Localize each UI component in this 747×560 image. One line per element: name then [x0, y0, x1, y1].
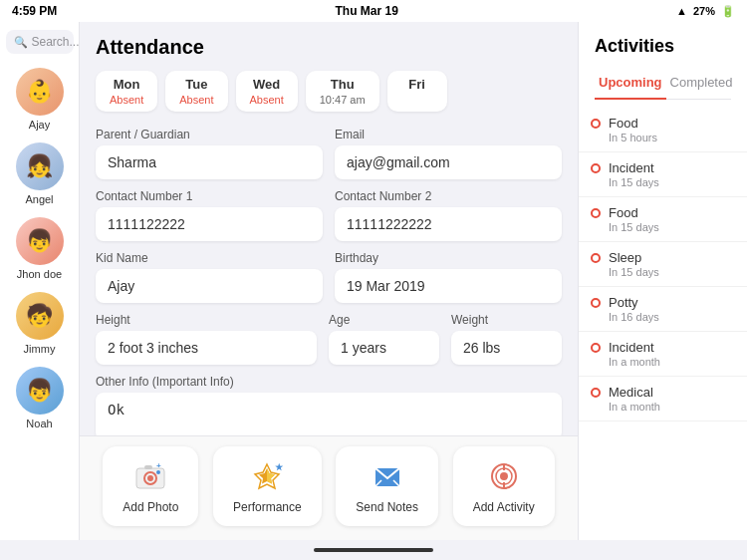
activity-name-1: Incident: [609, 160, 735, 175]
sidebar-item-noah[interactable]: 👦 Noah: [6, 363, 74, 433]
search-container[interactable]: 🔍 Search...: [6, 30, 74, 54]
day-thu-time: 10:47 am: [320, 94, 366, 106]
day-fri-name: Fri: [401, 77, 433, 92]
day-tue-status: Absent: [179, 94, 213, 106]
parent-guardian-group: Parent / Guardian: [96, 128, 323, 179]
add-photo-icon: +: [132, 458, 168, 494]
day-tue-name: Tue: [179, 77, 213, 92]
activity-item-4[interactable]: Potty In 16 days: [579, 287, 747, 332]
activity-item-0[interactable]: Food In 5 hours: [579, 108, 747, 152]
birthday-label: Birthday: [335, 251, 562, 265]
day-thu[interactable]: Thu 10:47 am: [306, 71, 379, 112]
svg-point-4: [156, 470, 160, 474]
activity-item-3[interactable]: Sleep In 15 days: [579, 242, 747, 287]
home-bar: [314, 548, 433, 552]
weight-group: Weight: [451, 313, 562, 365]
other-info-label: Other Info (Important Info): [96, 375, 562, 389]
day-mon-name: Mon: [110, 77, 143, 92]
email-label: Email: [335, 128, 562, 141]
activity-time-0: In 5 hours: [609, 132, 735, 143]
activity-name-2: Food: [609, 205, 735, 220]
height-input[interactable]: [96, 331, 317, 365]
send-notes-icon: [370, 458, 405, 494]
svg-text:+: +: [156, 461, 161, 470]
battery-status: 27%: [693, 5, 715, 17]
send-notes-button[interactable]: Send Notes: [336, 446, 438, 526]
height-group: Height: [96, 313, 317, 365]
activity-dot-5: [591, 343, 601, 353]
add-activity-label: Add Activity: [473, 500, 535, 514]
tab-completed[interactable]: Completed: [666, 67, 737, 99]
weight-input[interactable]: [451, 331, 562, 365]
kidname-label: Kid Name: [96, 251, 323, 265]
action-bar: + Add Photo ★ Performance: [80, 435, 578, 540]
age-input[interactable]: [329, 331, 439, 365]
contact2-label: Contact Number 2: [335, 189, 562, 203]
activity-item-5[interactable]: Incident In a month: [579, 332, 747, 377]
activity-item-2[interactable]: Food In 15 days: [579, 197, 747, 242]
person-name-ajay: Ajay: [29, 119, 50, 131]
activity-time-6: In a month: [609, 401, 735, 413]
add-photo-button[interactable]: + Add Photo: [103, 446, 198, 526]
parent-guardian-label: Parent / Guardian: [96, 128, 323, 141]
activity-name-0: Food: [609, 116, 735, 131]
attendance-title: Attendance: [96, 36, 562, 59]
day-mon[interactable]: Mon Absent: [96, 71, 157, 112]
height-label: Height: [96, 313, 317, 327]
sidebar-item-jhon[interactable]: 👦 Jhon doe: [6, 213, 74, 284]
day-thu-name: Thu: [320, 77, 366, 92]
status-bar: 4:59 PM Thu Mar 19 ▲ 27% 🔋: [0, 0, 747, 22]
avatar-jhon: 👦: [16, 217, 64, 265]
add-activity-icon: [486, 458, 522, 494]
activity-item-6[interactable]: Medical In a month: [579, 377, 747, 421]
person-name-angel: Angel: [25, 193, 53, 205]
contact2-group: Contact Number 2: [335, 189, 562, 241]
avatar-angel: 👧: [16, 142, 64, 190]
activity-time-1: In 15 days: [609, 176, 735, 188]
contact2-input[interactable]: [335, 207, 562, 241]
activity-name-5: Incident: [609, 340, 735, 355]
activity-dot-1: [591, 163, 601, 173]
day-wed-status: Absent: [250, 94, 284, 106]
activity-dot-4: [591, 298, 601, 308]
search-placeholder: Search...: [32, 35, 80, 49]
status-time: 4:59 PM: [12, 4, 57, 18]
other-info-group: Other Info (Important Info) Ok: [96, 375, 562, 435]
sidebar-item-angel[interactable]: 👧 Angel: [6, 139, 74, 209]
activity-name-6: Medical: [609, 385, 735, 400]
activity-time-2: In 15 days: [609, 221, 735, 233]
performance-button[interactable]: ★ Performance: [213, 446, 322, 526]
age-label: Age: [329, 313, 439, 327]
svg-point-15: [500, 472, 508, 480]
svg-point-2: [147, 475, 153, 481]
sidebar-item-ajay[interactable]: 👶 Ajay: [6, 64, 74, 135]
kidname-input[interactable]: [96, 269, 323, 303]
contact1-input[interactable]: [96, 207, 323, 241]
birthday-input[interactable]: [335, 269, 562, 303]
activity-dot-3: [591, 253, 601, 263]
age-group: Age: [329, 313, 439, 365]
day-wed[interactable]: Wed Absent: [236, 71, 298, 112]
sidebar: 🔍 Search... 👶 Ajay 👧 Angel 👦 Jhon doe 🧒: [0, 22, 80, 540]
email-input[interactable]: [335, 145, 562, 179]
email-group: Email: [335, 128, 562, 179]
other-info-textarea[interactable]: Ok: [96, 393, 562, 435]
activity-item-1[interactable]: Incident In 15 days: [579, 152, 747, 197]
status-date: Thu Mar 19: [336, 4, 398, 18]
activity-name-4: Potty: [609, 295, 735, 310]
tab-upcoming[interactable]: Upcoming: [595, 67, 666, 100]
weight-label: Weight: [451, 313, 562, 327]
avatar-ajay: 👶: [16, 68, 64, 116]
activities-list: Food In 5 hours Incident In 15 days Food…: [579, 100, 747, 540]
day-tue[interactable]: Tue Absent: [165, 71, 227, 112]
parent-guardian-input[interactable]: [96, 145, 323, 179]
days-row: Mon Absent Tue Absent Wed Absent Thu 10:…: [96, 71, 562, 112]
add-activity-button[interactable]: Add Activity: [453, 446, 555, 526]
activity-time-5: In a month: [609, 356, 735, 368]
day-fri[interactable]: Fri: [387, 71, 447, 112]
activity-dot-2: [591, 208, 601, 218]
sidebar-item-jimmy[interactable]: 🧒 Jimmy: [6, 288, 74, 359]
activity-dot-6: [591, 388, 601, 398]
birthday-group: Birthday: [335, 251, 562, 303]
home-indicator: [0, 540, 747, 560]
